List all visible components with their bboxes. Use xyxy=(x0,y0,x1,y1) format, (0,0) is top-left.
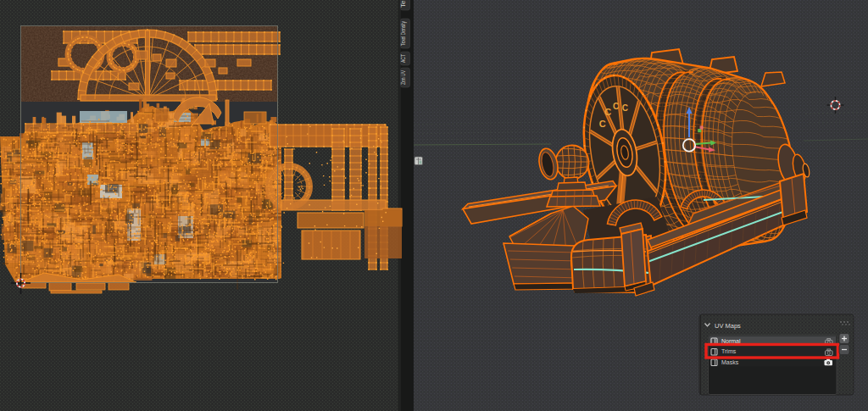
svg-text:Texel Density: Texel Density xyxy=(400,20,407,46)
svg-text:Zen UV: Zen UV xyxy=(400,69,406,85)
svg-text:C: C xyxy=(599,119,606,129)
svg-text:Normal: Normal xyxy=(721,338,741,344)
svg-text:Masks: Masks xyxy=(721,359,739,365)
svg-text:Trims: Trims xyxy=(721,348,737,354)
svg-text:ACT: ACT xyxy=(400,54,406,63)
svg-text:UV Maps: UV Maps xyxy=(715,322,741,330)
svg-text:C: C xyxy=(604,107,611,117)
svg-text:TexTools: TexTools xyxy=(400,0,406,8)
svg-text:C: C xyxy=(613,102,619,111)
svg-text:C: C xyxy=(622,103,628,113)
